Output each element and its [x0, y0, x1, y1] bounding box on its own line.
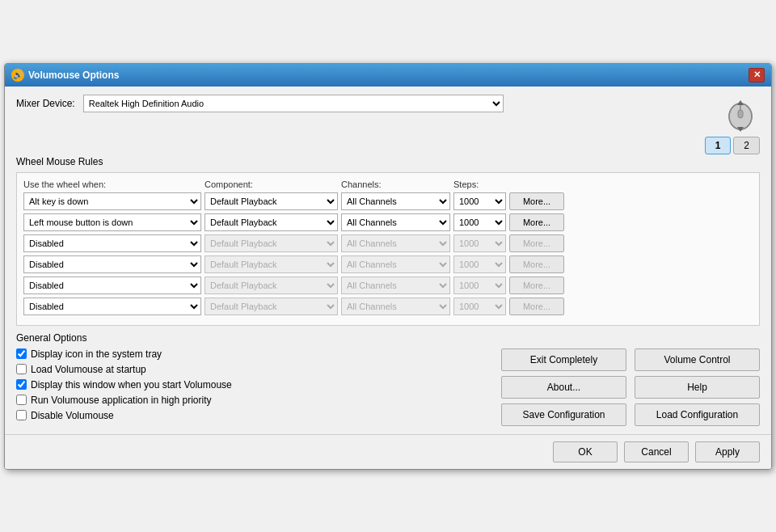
title-bar: 🔊 Volumouse Options ✕ [5, 64, 771, 87]
more-button-0[interactable]: More... [509, 192, 564, 210]
more-button-1[interactable]: More... [509, 213, 564, 231]
cancel-button[interactable]: Cancel [624, 441, 689, 462]
svg-marker-4 [737, 100, 744, 105]
wheel-rules-title: Wheel Mouse Rules [16, 156, 760, 167]
mixer-right: 1 2 [705, 95, 760, 154]
col-header-chan: Channels: [341, 179, 450, 189]
rule-channels-select-3: All Channels [341, 255, 450, 273]
rule-channels-select-4: All Channels [341, 277, 450, 294]
rule-component-select-5: Default Playback [205, 298, 338, 315]
col-header-use: Use the wheel when: [23, 179, 201, 189]
mixer-device-select[interactable]: Realtek High Definition Audio [83, 95, 504, 112]
rule-steps-select-3: 1000 [453, 255, 506, 273]
checkbox-label-2: Display this window when you start Volum… [31, 379, 232, 391]
rule-use-select-1[interactable]: DisabledAlt key is downLeft mouse button… [23, 213, 201, 231]
mouse-icon [721, 95, 760, 133]
rule-component-select-4: Default Playback [205, 277, 338, 294]
btn-row-2: About... Help [501, 376, 760, 399]
rule-steps-select-4: 1000 [453, 277, 506, 294]
svg-rect-3 [738, 110, 743, 118]
checkbox-3[interactable] [16, 395, 27, 405]
tab-row: 1 2 [705, 137, 760, 154]
checkbox-4[interactable] [16, 410, 27, 420]
mixer-label: Mixer Device: [16, 98, 75, 109]
rule-steps-select-5: 1000 [453, 298, 506, 315]
rule-component-select-0[interactable]: Default Playback [205, 192, 338, 210]
checkbox-0[interactable] [16, 348, 27, 359]
checkbox-row-2: Display this window when you start Volum… [16, 379, 490, 391]
col-headers: Use the wheel when: Component: Channels:… [23, 179, 753, 189]
title-bar-left: 🔊 Volumouse Options [11, 69, 119, 82]
checkbox-row-4: Disable Volumouse [16, 410, 490, 421]
more-button-3: More... [509, 255, 564, 273]
rule-use-select-3[interactable]: DisabledAlt key is downLeft mouse button… [23, 255, 201, 273]
exit-completely-button[interactable]: Exit Completely [501, 348, 626, 371]
about-button[interactable]: About... [501, 376, 626, 399]
checkbox-label-1: Load Volumouse at startup [31, 364, 146, 375]
more-button-4: More... [509, 277, 564, 294]
mixer-top-row: Mixer Device: Realtek High Definition Au… [16, 95, 760, 154]
rule-row-3: DisabledAlt key is downLeft mouse button… [23, 255, 753, 273]
checkbox-1[interactable] [16, 364, 27, 374]
checkbox-2[interactable] [16, 379, 27, 390]
main-window: 🔊 Volumouse Options ✕ Mixer Device: Real… [4, 63, 772, 470]
rule-channels-select-1[interactable]: All ChannelsLeftRight [341, 213, 450, 231]
volume-control-button[interactable]: Volume Control [635, 348, 760, 371]
rule-component-select-2: Default Playback [205, 234, 338, 252]
general-options: General Options Display icon in the syst… [16, 332, 490, 426]
rule-channels-select-5: All Channels [341, 298, 450, 315]
rule-row-4: DisabledAlt key is downLeft mouse button… [23, 277, 753, 294]
rule-row-5: DisabledAlt key is downLeft mouse button… [23, 298, 753, 315]
more-button-2: More... [509, 234, 564, 252]
rule-row-1: DisabledAlt key is downLeft mouse button… [23, 213, 753, 231]
checkbox-row-0: Display icon in the system tray [16, 348, 490, 360]
rule-use-select-0[interactable]: DisabledAlt key is downLeft mouse button… [23, 192, 201, 210]
load-configuration-button[interactable]: Load Configuration [635, 403, 760, 426]
lower-section: General Options Display icon in the syst… [16, 332, 760, 426]
tab-1[interactable]: 1 [705, 137, 732, 154]
tab-2[interactable]: 2 [733, 137, 760, 154]
btn-row-1: Exit Completely Volume Control [501, 348, 760, 371]
checkbox-label-3: Run Volumouse application in high priori… [31, 395, 211, 406]
rule-steps-select-2: 1000 [453, 234, 506, 252]
rule-steps-select-1[interactable]: 10050010002000 [453, 213, 506, 231]
app-icon: 🔊 [11, 69, 24, 82]
col-header-steps: Steps: [453, 179, 526, 189]
rule-use-select-4[interactable]: DisabledAlt key is downLeft mouse button… [23, 277, 201, 294]
save-configuration-button[interactable]: Save Configuration [501, 403, 626, 426]
rule-row-0: DisabledAlt key is downLeft mouse button… [23, 192, 753, 210]
rule-channels-select-2: All Channels [341, 234, 450, 252]
checkbox-label-4: Disable Volumouse [31, 410, 114, 421]
rule-component-select-3: Default Playback [205, 255, 338, 273]
checkbox-label-0: Display icon in the system tray [31, 348, 162, 360]
ok-button[interactable]: OK [553, 441, 618, 462]
col-header-comp: Component: [205, 179, 338, 189]
general-options-title: General Options [16, 332, 490, 344]
bottom-bar: OK Cancel Apply [5, 434, 771, 469]
rule-rows: DisabledAlt key is downLeft mouse button… [23, 192, 753, 315]
rule-use-select-5[interactable]: DisabledAlt key is downLeft mouse button… [23, 298, 201, 315]
help-button[interactable]: Help [635, 376, 760, 399]
checkbox-row-1: Load Volumouse at startup [16, 364, 490, 375]
right-buttons: Exit Completely Volume Control About... … [501, 332, 760, 426]
btn-row-3: Save Configuration Load Configuration [501, 403, 760, 426]
window-title: Volumouse Options [28, 70, 119, 81]
mixer-device-area: Mixer Device: Realtek High Definition Au… [16, 95, 705, 112]
wheel-rules-section: Use the wheel when: Component: Channels:… [16, 172, 760, 326]
more-button-5: More... [509, 298, 564, 315]
checkbox-row-3: Run Volumouse application in high priori… [16, 395, 490, 406]
rule-component-select-1[interactable]: Default Playback [205, 213, 338, 231]
rule-use-select-2[interactable]: DisabledAlt key is downLeft mouse button… [23, 234, 201, 252]
apply-button[interactable]: Apply [695, 441, 760, 462]
close-button[interactable]: ✕ [749, 68, 765, 82]
rule-row-2: DisabledAlt key is downLeft mouse button… [23, 234, 753, 252]
rule-channels-select-0[interactable]: All ChannelsLeftRight [341, 192, 450, 210]
checkbox-rows: Display icon in the system trayLoad Volu… [16, 348, 490, 421]
main-content: Mixer Device: Realtek High Definition Au… [5, 87, 771, 434]
rule-steps-select-0[interactable]: 10050010002000 [453, 192, 506, 210]
